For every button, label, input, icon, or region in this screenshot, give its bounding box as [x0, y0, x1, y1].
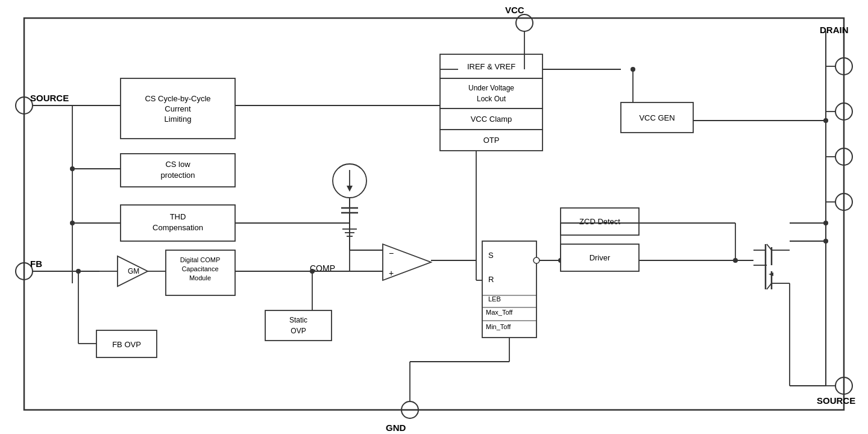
svg-point-100 [823, 221, 828, 225]
vcc-label: VCC [505, 5, 524, 15]
static-ovp-text2: OVP [291, 327, 306, 335]
svg-point-4 [516, 14, 533, 31]
uvlo-text1: Under Voltage [468, 84, 514, 92]
otp-text: OTP [483, 136, 500, 145]
leb-text: LEB [488, 295, 501, 303]
svg-point-15 [70, 166, 75, 171]
cs-cycle-text3: Limiting [165, 115, 192, 124]
svg-point-57 [823, 118, 828, 123]
thd-text1: THD [170, 212, 186, 221]
comp-minus: − [389, 248, 394, 258]
cs-low-text1: CS low [165, 160, 190, 169]
uvlo-text2: Lock Out [477, 95, 506, 103]
zcd-detect-text: ZCD Detect [579, 217, 620, 226]
cs-low-text2: protection [160, 171, 195, 180]
static-ovp-block [265, 310, 332, 341]
svg-point-22 [76, 269, 81, 274]
fb-ovp-text: FB OVP [112, 340, 141, 349]
cs-cycle-text1: CS Cycle-by-Cycle [145, 94, 210, 103]
diagram-container: SOURCE FB GND VCC DRAIN SOURCE COMP [0, 0, 868, 434]
static-ovp-text1: Static [289, 316, 307, 324]
gnd-label: GND [386, 423, 406, 433]
svg-point-53 [823, 239, 828, 244]
driver-text: Driver [590, 253, 611, 262]
min-toff-text: Min_Toff [486, 323, 511, 330]
svg-point-16 [70, 221, 75, 225]
digital-comp-text2: Capacitance [181, 265, 218, 272]
s-label: S [488, 251, 494, 260]
drain-label: DRAIN [820, 25, 849, 35]
source-right-label: SOURCE [817, 395, 855, 406]
uvlo-block [440, 78, 542, 108]
svg-point-65 [631, 67, 635, 72]
cs-cycle-text2: Current [165, 104, 191, 113]
digital-comp-text1: Digital COMP [180, 256, 221, 263]
vcc-gen-text: VCC GEN [639, 113, 675, 122]
iref-vref-text: IREF & VREF [467, 62, 515, 71]
fb-label: FB [30, 259, 42, 269]
vcc-clamp-text: VCC Clamp [471, 115, 512, 124]
source-label: SOURCE [30, 93, 69, 103]
svg-point-79 [533, 257, 539, 263]
thd-text2: Compensation [153, 223, 203, 232]
r-label: R [488, 275, 494, 284]
max-toff-text: Max_Toff [486, 309, 513, 316]
gm-text: GM [128, 267, 139, 275]
comp-plus: + [389, 268, 394, 278]
digital-comp-text3: Module [189, 274, 211, 281]
